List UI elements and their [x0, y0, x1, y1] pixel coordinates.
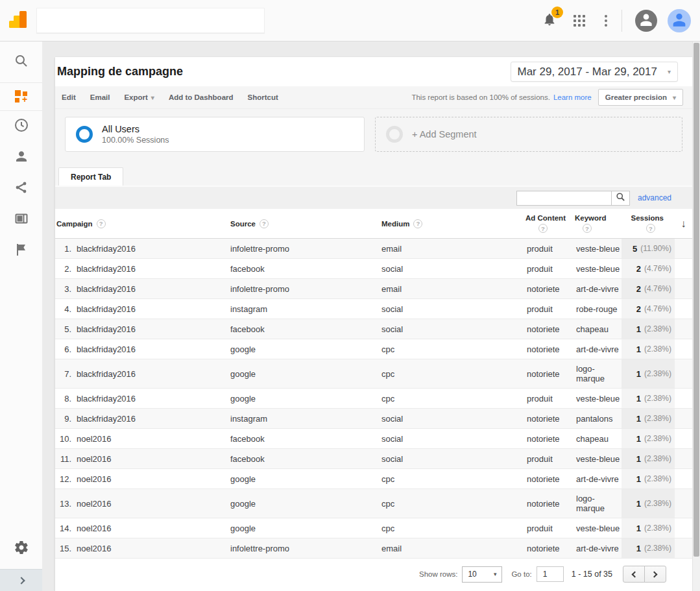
- sessions-percent: (2.38%): [644, 434, 671, 443]
- sidebar-item-conversions[interactable]: [0, 235, 42, 267]
- advanced-search-link[interactable]: advanced: [638, 193, 671, 202]
- sessions-value: 2: [636, 304, 641, 314]
- table-row[interactable]: 6. blackfriday2016 google cpc notoriete …: [55, 339, 692, 359]
- user-avatar[interactable]: [668, 9, 691, 32]
- date-range-selector[interactable]: Mar 29, 2017 - Mar 29, 2017 ▾: [511, 62, 679, 82]
- apps-grid-icon[interactable]: [573, 15, 585, 27]
- sessions-value: 2: [636, 264, 641, 274]
- next-page-button[interactable]: [644, 566, 666, 583]
- column-header-keyword[interactable]: Keyword ?: [575, 214, 622, 233]
- edit-button[interactable]: Edit: [62, 93, 76, 101]
- chevron-down-icon: ▾: [494, 571, 497, 577]
- report-action-bar: Edit Email Export ▾ Add to Dashboard Sho…: [55, 86, 692, 109]
- table-body: 1. blackfriday2016 infolettre-promo emai…: [55, 239, 692, 559]
- chevron-down-icon: ▾: [673, 94, 676, 101]
- page-title: Mapping de campagne: [57, 65, 183, 78]
- cell-keyword: veste-bleue: [575, 519, 622, 538]
- cell-source: facebook: [227, 434, 378, 444]
- export-button[interactable]: Export ▾: [124, 93, 154, 101]
- sessions-value: 1: [636, 324, 641, 334]
- table-row[interactable]: 2. blackfriday2016 facebook social produ…: [55, 259, 692, 279]
- help-icon[interactable]: ?: [259, 219, 269, 228]
- analytics-app: 1: [0, 0, 700, 591]
- previous-page-button[interactable]: [623, 566, 645, 583]
- vertical-scrollbar[interactable]: [692, 42, 700, 591]
- analytics-logo[interactable]: [0, 0, 36, 42]
- table-row[interactable]: 8. blackfriday2016 google cpc produit ve…: [55, 389, 692, 409]
- sessions-value: 1: [636, 454, 641, 464]
- scrollbar-thumb[interactable]: [694, 43, 699, 557]
- table-row[interactable]: 13. noel2016 google cpc notoriete logo-m…: [55, 489, 692, 518]
- sidebar-item-customization[interactable]: +: [0, 83, 42, 111]
- sidebar-item-audience[interactable]: [0, 142, 42, 173]
- cell-sessions: 1 (2.38%): [622, 449, 675, 468]
- help-icon[interactable]: ?: [413, 219, 422, 228]
- sidebar-item-acquisition[interactable]: [0, 173, 42, 204]
- cell-keyword: veste-bleue: [575, 259, 622, 278]
- table-row[interactable]: 9. blackfriday2016 instagram social noto…: [55, 409, 692, 429]
- segment-all-users[interactable]: All Users 100.00% Sessions: [65, 117, 365, 152]
- sidebar-item-behavior[interactable]: [0, 204, 42, 235]
- cell-source: google: [227, 524, 378, 533]
- cell-sessions: 1 (2.38%): [622, 469, 675, 488]
- learn-more-link[interactable]: Learn more: [553, 93, 592, 101]
- cell-keyword: chapeau: [575, 320, 622, 339]
- account-avatar[interactable]: [635, 10, 657, 32]
- table-row[interactable]: 1. blackfriday2016 infolettre-promo emai…: [55, 239, 692, 259]
- column-header-sessions[interactable]: Sessions ?: [622, 214, 675, 233]
- cell-campaign: noel2016: [77, 474, 227, 484]
- goto-page-input[interactable]: [537, 566, 564, 582]
- table-row[interactable]: 15. noel2016 infolettre-promo email noto…: [55, 538, 692, 559]
- table-row[interactable]: 5. blackfriday2016 facebook social notor…: [55, 319, 692, 339]
- table-row[interactable]: 12. noel2016 google cpc notoriete art-de…: [55, 469, 692, 489]
- column-label: Sessions: [631, 214, 664, 222]
- column-header-source[interactable]: Source ?: [227, 219, 378, 228]
- shortcut-button[interactable]: Shortcut: [248, 93, 278, 101]
- help-icon[interactable]: ?: [583, 224, 592, 233]
- help-icon[interactable]: ?: [97, 219, 106, 228]
- table-row[interactable]: 11. noel2016 facebook social produit ves…: [55, 449, 692, 469]
- table-row[interactable]: 7. blackfriday2016 google cpc notoriete …: [55, 359, 692, 389]
- column-header-ad-content[interactable]: Ad Content ?: [518, 214, 575, 233]
- sort-descending-icon[interactable]: ↓: [681, 218, 686, 230]
- sidebar-item-admin[interactable]: [0, 535, 42, 563]
- cell-campaign: blackfriday2016: [77, 369, 227, 379]
- sidebar-item-search[interactable]: [0, 42, 42, 83]
- table-search-input[interactable]: [516, 191, 611, 206]
- notifications-button[interactable]: 1: [542, 12, 557, 29]
- row-index: 15.: [55, 544, 77, 553]
- add-segment-button[interactable]: + Add Segment: [375, 117, 682, 152]
- segment-detail: 100.00% Sessions: [102, 136, 169, 145]
- cell-ad-content: notoriete: [518, 544, 575, 553]
- tab-report[interactable]: Report Tab: [58, 167, 123, 186]
- sidebar-collapse-toggle[interactable]: [0, 569, 42, 591]
- help-icon[interactable]: ?: [538, 224, 548, 233]
- cell-ad-content: produit: [518, 244, 575, 254]
- sessions-percent: (2.38%): [644, 524, 671, 533]
- column-header-medium[interactable]: Medium ?: [378, 219, 518, 228]
- table-search-button[interactable]: [611, 191, 630, 206]
- cell-sessions: 1 (2.38%): [622, 409, 675, 428]
- sidebar-item-realtime[interactable]: [0, 111, 42, 142]
- column-header-campaign[interactable]: Campaign ?: [55, 219, 227, 228]
- cell-sessions: 2 (4.76%): [622, 259, 675, 278]
- table-row[interactable]: 10. noel2016 facebook social notoriete c…: [55, 429, 692, 449]
- sessions-value: 1: [636, 524, 641, 533]
- report-tabs: Report Tab: [55, 167, 692, 186]
- cell-keyword: art-de-vivre: [575, 280, 622, 298]
- add-to-dashboard-button[interactable]: Add to Dashboard: [169, 93, 234, 101]
- help-icon[interactable]: ?: [646, 224, 655, 233]
- precision-selector[interactable]: Greater precision ▾: [598, 89, 683, 106]
- email-button[interactable]: Email: [90, 93, 110, 101]
- cell-keyword: art-de-vivre: [575, 539, 622, 558]
- table-row[interactable]: 4. blackfriday2016 instagram social prod…: [55, 299, 692, 319]
- table-row[interactable]: 14. noel2016 google cpc produit veste-bl…: [55, 518, 692, 538]
- global-search-input[interactable]: [37, 8, 264, 32]
- sessions-percent: (2.38%): [644, 344, 671, 354]
- cell-medium: social: [378, 264, 518, 274]
- cell-source: infolettre-promo: [227, 244, 378, 254]
- main-content: Mapping de campagne Mar 29, 2017 - Mar 2…: [42, 42, 692, 591]
- show-rows-select[interactable]: 10 ▾: [462, 566, 502, 583]
- overflow-menu-icon[interactable]: [605, 15, 607, 27]
- table-row[interactable]: 3. blackfriday2016 infolettre-promo emai…: [55, 279, 692, 299]
